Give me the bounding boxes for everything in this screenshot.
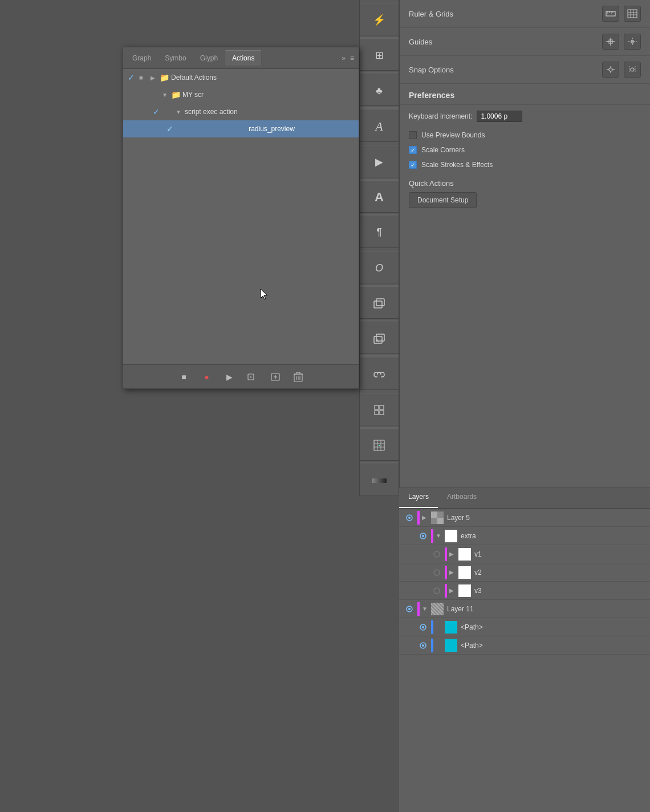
- v1-visibility[interactable]: [429, 550, 445, 558]
- svg-point-61: [434, 551, 440, 557]
- svg-point-55: [408, 517, 411, 519]
- new-action-btn[interactable]: [269, 370, 282, 384]
- path2-color-bar: [431, 639, 433, 652]
- layer-row-layer11[interactable]: ▼ Layer 11: [399, 600, 650, 618]
- italic-icon[interactable]: O: [368, 257, 391, 279]
- grid-icon[interactable]: [368, 399, 391, 421]
- extra-expand[interactable]: ▼: [436, 533, 445, 539]
- play-icon[interactable]: ▶: [368, 151, 391, 173]
- toolbar-sep-8: [360, 249, 399, 252]
- layer5-visibility[interactable]: [401, 514, 417, 522]
- layer-row-extra[interactable]: ▼ extra: [399, 527, 650, 545]
- v1-expand[interactable]: ▶: [449, 551, 458, 557]
- layer-row-v3[interactable]: ▶ v3: [399, 582, 650, 600]
- toolbar-group-12: [360, 395, 399, 425]
- paragraph-icon[interactable]: ¶: [368, 221, 391, 244]
- layer-row-path1[interactable]: ▶ <Path>: [399, 618, 650, 636]
- action-expand-myscr[interactable]: ▼: [162, 92, 171, 98]
- snap-grid-btn[interactable]: [624, 62, 641, 78]
- grid-icon-btn[interactable]: [624, 6, 641, 22]
- scale-corners-checkbox[interactable]: [409, 146, 417, 154]
- layer5-expand[interactable]: ▶: [422, 514, 431, 521]
- layer-row-v2[interactable]: ▶ v2: [399, 563, 650, 582]
- extra-color-bar: [431, 529, 433, 543]
- action-row-default[interactable]: ✓ ■ ▶ 📁 Default Actions: [123, 69, 359, 86]
- extra-visibility[interactable]: [415, 532, 431, 540]
- club-icon[interactable]: ♣: [368, 79, 391, 102]
- action-check-script-exec: ✓: [153, 107, 164, 116]
- transform-icon[interactable]: ⊞: [368, 44, 391, 67]
- ruler-grids-label: Ruler & Grids: [409, 10, 453, 18]
- ruler-grids-section: Ruler & Grids: [400, 0, 650, 28]
- svg-rect-16: [606, 11, 615, 16]
- layers-tab-layers[interactable]: Layers: [399, 488, 438, 508]
- guides-lock-btn[interactable]: [624, 34, 641, 50]
- tab-glyph[interactable]: Glyph: [193, 51, 225, 66]
- action-expand-default[interactable]: ▶: [151, 75, 160, 81]
- layer11-expand[interactable]: ▼: [422, 606, 431, 612]
- stop-record-btn[interactable]: ■: [177, 370, 191, 384]
- toolbar-sep-5: [360, 143, 399, 146]
- new-action-set-btn[interactable]: [246, 370, 259, 384]
- play-action-btn[interactable]: ▶: [223, 370, 237, 384]
- v3-expand[interactable]: ▶: [449, 587, 458, 594]
- delete-action-btn[interactable]: [291, 370, 305, 384]
- action-row-myscr[interactable]: ▼ 📁 MY scr: [123, 86, 359, 103]
- action-row-radius-preview[interactable]: ✓ radius_preview: [123, 120, 359, 137]
- panel-tab-more[interactable]: » ≡: [342, 54, 356, 62]
- copy-type-icon[interactable]: A: [368, 327, 391, 350]
- document-setup-button[interactable]: Document Setup: [409, 192, 477, 208]
- scale-strokes-effects-checkbox[interactable]: [409, 161, 417, 169]
- panel-menu-icon[interactable]: ≡: [348, 54, 356, 62]
- svg-rect-58: [437, 518, 444, 524]
- toolbar-sep-7: [360, 214, 399, 217]
- extra-thumb: [445, 530, 457, 542]
- guides-crosshair-btn[interactable]: [602, 34, 619, 50]
- layer-row-layer5[interactable]: ▶ Layer 5: [399, 509, 650, 527]
- toolbar-group-6: A: [360, 182, 399, 213]
- action-folder-myscr: 📁: [171, 90, 182, 99]
- layer5-color-bar: [417, 511, 420, 525]
- path2-visibility[interactable]: [415, 642, 431, 649]
- toolbar-sep-10: [360, 320, 399, 323]
- keyboard-increment-input[interactable]: [477, 111, 522, 122]
- pattern-icon[interactable]: [368, 434, 391, 457]
- toolbar-strip: ⚡ ⊞ ♣ A ▶ A ¶ O A: [359, 0, 399, 496]
- v3-visibility[interactable]: [429, 587, 445, 595]
- tab-symbols[interactable]: Symbo: [158, 51, 193, 66]
- toolbar-sep-3: [360, 72, 399, 75]
- ruler-icon-btn[interactable]: [602, 6, 619, 22]
- actions-panel: Graph Symbo Glyph Actions » ≡ ✓ ■ ▶ 📁 De…: [123, 47, 359, 389]
- layer11-visibility[interactable]: [401, 605, 417, 613]
- path1-visibility[interactable]: [415, 623, 431, 631]
- toolbar-group-4: A: [360, 112, 399, 142]
- tab-actions[interactable]: Actions: [225, 50, 262, 66]
- layer-row-v1[interactable]: ▶ v1: [399, 545, 650, 563]
- link-icon[interactable]: [368, 363, 391, 386]
- type-icon[interactable]: A: [368, 115, 391, 138]
- tab-graph[interactable]: Graph: [125, 51, 158, 66]
- svg-rect-1: [376, 299, 384, 306]
- type-large-icon[interactable]: A: [368, 186, 391, 209]
- v2-expand[interactable]: ▶: [449, 569, 458, 575]
- toolbar-sep-1: [360, 1, 399, 4]
- record-btn[interactable]: ●: [200, 370, 214, 384]
- use-preview-bounds-checkbox[interactable]: [409, 131, 417, 139]
- v2-name: v2: [474, 569, 648, 576]
- action-expand-script-exec[interactable]: ▼: [176, 109, 185, 115]
- quick-actions-header: Quick Actions: [400, 172, 650, 192]
- v3-name: v3: [474, 587, 648, 595]
- layer-row-path2[interactable]: ▶ <Path>: [399, 636, 650, 655]
- action-row-script-exec[interactable]: ✓ ▼ script exec action: [123, 103, 359, 120]
- flash-icon[interactable]: ⚡: [368, 9, 391, 31]
- path2-name: <Path>: [461, 642, 648, 649]
- layers-tab-artboards[interactable]: Artboards: [438, 488, 486, 508]
- gradient-icon[interactable]: [368, 469, 391, 492]
- snap-point-btn[interactable]: [602, 62, 619, 78]
- toolbar-group-13: [360, 431, 399, 461]
- v2-visibility[interactable]: [429, 569, 445, 576]
- layers-tabs: Layers Artboards: [399, 488, 650, 509]
- svg-point-67: [422, 626, 424, 628]
- copy-group-icon[interactable]: [368, 292, 391, 315]
- toolbar-sep-14: [360, 462, 399, 465]
